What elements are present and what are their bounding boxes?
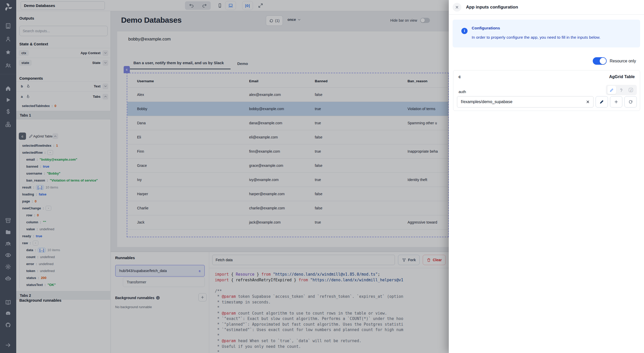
discord-icon[interactable] [5, 310, 11, 317]
fork-button[interactable]: Fork [398, 255, 420, 265]
table-row[interactable]: Charliecharlie@example.comfalse [127, 201, 448, 215]
clear-input-icon[interactable] [585, 99, 591, 105]
tree-value[interactable]: [...] [38, 248, 46, 252]
tree-row-count[interactable]: count:undefined [20, 253, 108, 260]
hand-pointer-icon[interactable] [26, 84, 31, 89]
table-row[interactable]: Danadana@example.comtrueSpamming other u [127, 116, 448, 130]
schedule-dropdown[interactable]: once [287, 18, 301, 22]
eye-icon[interactable] [5, 252, 11, 258]
tree-row-ready[interactable]: ready:true [20, 233, 108, 240]
redo-button[interactable] [199, 1, 209, 10]
context-row-state[interactable]: stateState [16, 58, 111, 68]
home-icon[interactable] [5, 85, 11, 92]
auth-resource-input[interactable] [457, 96, 594, 108]
tree-row-token[interactable]: token:undefined [20, 267, 108, 274]
tree-row-column[interactable]: column:"" [20, 219, 108, 226]
component-row-b[interactable]: bText [16, 81, 111, 91]
tree-row-banned[interactable]: banned:true [20, 163, 108, 170]
tree-row-value[interactable]: value:undefined [20, 226, 108, 233]
column-header-banned[interactable]: Banned [305, 79, 398, 83]
runnable-item[interactable]: Transformer [123, 277, 205, 287]
column-header-email[interactable]: Email [239, 79, 305, 83]
chevron-down-icon[interactable] [103, 84, 108, 89]
tree-row-username[interactable]: username:"Bobby" [20, 170, 108, 177]
column-header-ban_reason[interactable]: Ban_reason [398, 79, 448, 83]
tree-row-selectedRowIndex[interactable]: selectedRowIndex:1 [20, 142, 108, 149]
column-header-username[interactable]: Username [127, 79, 239, 83]
table-row[interactable]: Alexalex@example.comfalse [127, 88, 448, 102]
refresh-resource-button[interactable] [624, 96, 637, 108]
context-row-ctx[interactable]: ctxApp Context [16, 48, 111, 58]
hand-pointer-icon[interactable] [26, 94, 31, 99]
code-editor[interactable]: import { Resource } from "https://deno.l… [209, 268, 449, 353]
tab-ban-user[interactable]: Ban a user, notify them by email, and us… [127, 61, 231, 69]
edit-resource-button[interactable] [596, 96, 608, 108]
search-outputs-input[interactable] [19, 26, 108, 36]
hide-bar-toggle[interactable] [420, 18, 430, 23]
archive-icon[interactable] [5, 217, 11, 224]
windmill-logo-icon[interactable] [3, 2, 13, 12]
eval-mode-function-icon[interactable]: f [626, 86, 635, 94]
clear-button[interactable]: Clear [423, 255, 446, 265]
tree-row-statusText[interactable]: statusText:"OK" [20, 281, 108, 288]
tab-demo[interactable]: Demo [231, 61, 255, 69]
user-icon[interactable] [5, 36, 11, 42]
static-mode-pencil-icon[interactable] [607, 86, 616, 94]
chevron-up-icon[interactable] [53, 133, 58, 139]
boxes-icon[interactable] [5, 121, 11, 128]
table-row[interactable]: Bobbybobby@example.comtrueViolation of t… [127, 102, 448, 116]
table-row[interactable]: Elieli@example.comfalse [127, 130, 448, 144]
tree-row-email[interactable]: email:"bobby@example.com" [20, 156, 108, 163]
tree-value[interactable]: - [46, 206, 51, 211]
chevron-down-icon[interactable] [103, 50, 108, 56]
component-row-a[interactable]: aTabs [16, 92, 111, 101]
add-resource-button[interactable] [610, 96, 622, 108]
runnable-item[interactable]: hub/943/supabase/fetch_datac [115, 265, 205, 277]
close-icon[interactable] [453, 3, 461, 12]
tree-row-loading[interactable]: loading:false [20, 191, 108, 198]
script-name-input[interactable] [212, 255, 395, 265]
table-row[interactable]: Finnfinn@example.comtrueInappropriate be… [127, 144, 448, 159]
desktop-preview-button[interactable] [225, 1, 236, 10]
user-group-icon[interactable] [5, 62, 11, 69]
mobile-preview-button[interactable] [215, 1, 225, 10]
pencil-icon[interactable] [29, 134, 33, 138]
star-icon[interactable] [5, 49, 11, 55]
robot-icon[interactable] [5, 275, 11, 282]
refresh-app-button[interactable]: (1) [266, 15, 283, 26]
tree-row-result[interactable]: result:[...]10 items [20, 184, 108, 191]
collapse-sidebar-icon[interactable] [5, 342, 11, 348]
tree-value[interactable]: - [33, 241, 38, 245]
connect-mode-plug-icon[interactable] [617, 86, 626, 94]
tree-row-selectedRow[interactable]: selectedRow:- [20, 149, 108, 156]
app-name-input[interactable] [21, 1, 105, 10]
tree-row-row[interactable]: row:0 [20, 212, 108, 219]
tree-row-ban_reason[interactable]: ban_reason:"Violation of terms of servic… [20, 177, 108, 184]
gear-icon[interactable] [5, 264, 11, 270]
tabs1-section-header[interactable]: Tabs 1 [16, 111, 111, 119]
tree-row-newChange[interactable]: newChange:- [20, 205, 108, 212]
table-row[interactable]: Ivyivy@example.comtrueIdentity theft [127, 173, 448, 187]
aggrid-table-component[interactable]: c UsernameEmailBannedBan_reasonAlexalex@… [127, 73, 449, 237]
folder-icon[interactable] [5, 229, 11, 235]
users-icon[interactable] [5, 241, 11, 247]
tree-row-raw[interactable]: raw:- [20, 240, 108, 247]
chevron-down-icon[interactable] [103, 60, 108, 66]
alignment-button[interactable]: |0| [242, 1, 253, 10]
text-component[interactable]: bobby@example.com [128, 37, 171, 42]
tree-value[interactable]: - [47, 150, 53, 155]
tree-row-error[interactable]: error:undefined [20, 260, 108, 267]
play-icon[interactable] [5, 97, 11, 103]
resource-only-toggle[interactable] [593, 57, 607, 65]
table-row[interactable]: Gracegrace@example.comfalse [127, 159, 448, 173]
tree-row-status[interactable]: status:200 [20, 274, 108, 281]
table-row[interactable]: Jackjack@example.comtrueAggressive towar… [127, 215, 448, 229]
add-background-runnable-button[interactable] [198, 293, 207, 301]
tree-row-data[interactable]: data:[...]10 items [20, 247, 108, 253]
tree-value[interactable]: [...] [36, 185, 44, 190]
building-icon[interactable] [5, 23, 11, 29]
fullscreen-button[interactable] [255, 1, 266, 10]
chevron-up-icon[interactable] [103, 94, 108, 100]
table-row[interactable]: Harperharper@example.comfalse [127, 187, 448, 201]
dollar-icon[interactable] [5, 108, 11, 115]
